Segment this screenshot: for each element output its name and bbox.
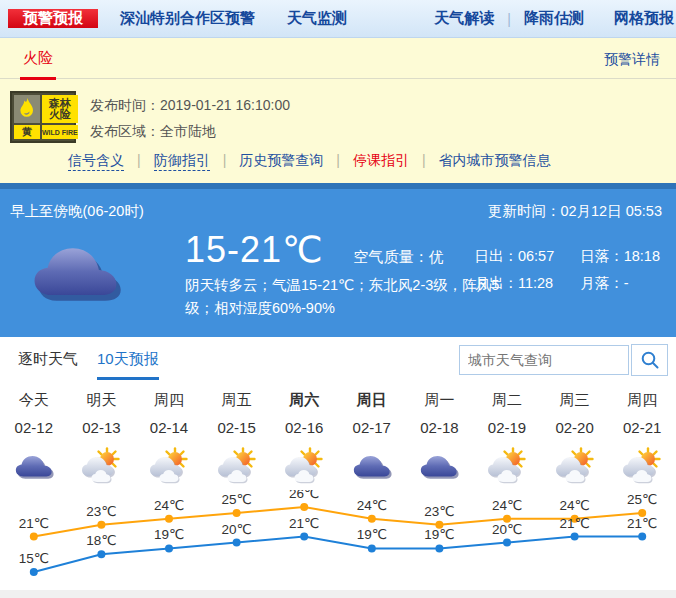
date-label: 02-15 xyxy=(203,415,271,441)
temperature-chart: 21℃23℃24℃25℃26℃24℃23℃24℃24℃25℃15℃18℃19℃2… xyxy=(0,490,676,590)
day-label: 周五 xyxy=(203,387,271,413)
badge-title-en: WILD FIRE xyxy=(42,125,78,139)
nav-item-weather-interpretation[interactable]: 天气解读 xyxy=(434,9,494,28)
link-separator: | xyxy=(137,152,141,168)
warning-link[interactable]: 防御指引 xyxy=(154,152,210,171)
nav-item-shenshan-warning[interactable]: 深汕特别合作区预警 xyxy=(120,9,255,28)
weather-page: 预警预报 深汕特别合作区预警 天气监测 天气解读 | 降雨估测 网格预报 火险 … xyxy=(0,0,676,598)
temperature-range: 15-21℃ xyxy=(185,229,324,271)
forecast-tabs-row: 逐时天气 10天预报 xyxy=(0,337,676,383)
date-label: 02-20 xyxy=(541,415,609,441)
tab-fire-risk[interactable]: 火险 xyxy=(20,38,56,80)
period-label: 早上至傍晚(06-20时) xyxy=(10,202,144,221)
svg-text:24℃: 24℃ xyxy=(357,498,387,513)
forecast-weather-icon xyxy=(203,443,271,489)
tab-hourly-weather[interactable]: 逐时天气 xyxy=(18,350,78,369)
svg-text:25℃: 25℃ xyxy=(222,492,252,507)
forecast-weather-icon xyxy=(541,443,609,489)
day-label: 周日 xyxy=(338,387,406,413)
forecast-weather-icon xyxy=(0,443,68,489)
badge-title: 森林火险 xyxy=(42,95,78,123)
nav-item-warning-forecast[interactable]: 预警预报 xyxy=(8,9,98,28)
nav-item-grid-forecast[interactable]: 网格预报 xyxy=(614,9,674,28)
svg-text:23℃: 23℃ xyxy=(424,504,454,519)
publish-time-label: 发布时间： xyxy=(90,97,160,113)
forecast-column[interactable]: 周三02-20 xyxy=(541,387,609,489)
forecast-column[interactable]: 周二02-19 xyxy=(473,387,541,489)
link-separator: | xyxy=(336,152,340,168)
search-button[interactable] xyxy=(631,344,668,376)
forecast-column[interactable]: 周四02-21 xyxy=(608,387,676,489)
day-label: 周四 xyxy=(135,387,203,413)
day-label: 今天 xyxy=(0,387,68,413)
cloudy-weather-icon xyxy=(28,233,124,311)
warning-info: 发布时间：2019-01-21 16:10:00 发布区域：全市陆地 xyxy=(90,91,290,146)
warning-links-row: 信号含义|防御指引|历史预警查询|停课指引|省内城市预警信息 xyxy=(0,146,676,170)
partly-cloudy-icon xyxy=(620,447,664,485)
cloudy-icon xyxy=(351,449,393,483)
forecast-column[interactable]: 周六02-16 xyxy=(270,387,338,489)
warning-link[interactable]: 省内城市预警信息 xyxy=(439,152,551,168)
tab-ten-day-forecast[interactable]: 10天预报 xyxy=(97,350,159,380)
sunset-time: 日落：18:18 xyxy=(580,247,660,266)
svg-text:25℃: 25℃ xyxy=(627,492,657,507)
svg-text:21℃: 21℃ xyxy=(627,516,657,531)
svg-text:21℃: 21℃ xyxy=(289,516,319,531)
warning-detail-link[interactable]: 预警详情 xyxy=(604,51,660,69)
day-label: 周一 xyxy=(406,387,474,413)
svg-text:20℃: 20℃ xyxy=(222,522,252,537)
forecast-weather-icon xyxy=(338,443,406,489)
day-label: 周六 xyxy=(270,387,338,413)
forecast-section: 逐时天气 10天预报 今天02-12 明天02-13 xyxy=(0,337,676,489)
forecast-column[interactable]: 周五02-15 xyxy=(203,387,271,489)
svg-text:21℃: 21℃ xyxy=(560,516,590,531)
forecast-weather-icon xyxy=(68,443,136,489)
svg-text:20℃: 20℃ xyxy=(492,522,522,537)
nav-item-weather-monitor[interactable]: 天气监测 xyxy=(287,9,347,28)
forecast-weather-icon xyxy=(406,443,474,489)
warning-link[interactable]: 历史预警查询 xyxy=(239,152,323,168)
svg-text:18℃: 18℃ xyxy=(86,533,116,548)
forecast-column[interactable]: 周日02-17 xyxy=(338,387,406,489)
forecast-weather-icon xyxy=(608,443,676,489)
publish-time-row: 发布时间：2019-01-21 16:10:00 xyxy=(90,92,290,118)
warning-body: 森林火险 黄 WILD FIRE 发布时间：2019-01-21 16:10:0… xyxy=(0,79,676,146)
date-label: 02-19 xyxy=(473,415,541,441)
search-icon xyxy=(640,350,660,370)
svg-text:19℃: 19℃ xyxy=(424,527,454,542)
moonset-time: 月落：- xyxy=(580,274,660,293)
warning-header: 火险 预警详情 xyxy=(0,38,676,79)
update-time: 更新时间：02月12日 05:53 xyxy=(488,202,662,221)
forest-fire-warning-icon: 森林火险 黄 WILD FIRE xyxy=(10,91,76,143)
date-label: 02-17 xyxy=(338,415,406,441)
forecast-column[interactable]: 明天02-13 xyxy=(68,387,136,489)
date-label: 02-18 xyxy=(406,415,474,441)
nav-item-rain-estimate[interactable]: 降雨估测 xyxy=(524,9,584,28)
partly-cloudy-icon xyxy=(215,447,259,485)
warning-link[interactable]: 停课指引 xyxy=(353,152,409,168)
warning-section: 火险 预警详情 森林火险 黄 WILD FIRE 发布时间：2019-01-21… xyxy=(0,38,676,183)
forecast-column[interactable]: 周四02-14 xyxy=(135,387,203,489)
warning-link[interactable]: 信号含义 xyxy=(68,152,124,171)
sun-moon-times: 日出：06:57 日落：18:18 月出：11:28 月落：- xyxy=(474,247,660,293)
forecast-column[interactable]: 今天02-12 xyxy=(0,387,68,489)
nav-right: 天气解读 | 降雨估测 网格预报 xyxy=(434,0,674,37)
flame-icon xyxy=(14,95,40,123)
cloudy-icon xyxy=(13,449,55,483)
link-separator: | xyxy=(422,152,426,168)
search-input[interactable] xyxy=(459,345,629,375)
publish-area-label: 发布区域： xyxy=(90,123,160,139)
day-label: 周四 xyxy=(608,387,676,413)
current-conditions-panel: 早上至傍晚(06-20时) 更新时间：02月12日 05:53 15-21℃ 空… xyxy=(0,183,676,337)
partly-cloudy-icon xyxy=(485,447,529,485)
bottom-bar xyxy=(0,590,676,598)
partly-cloudy-icon xyxy=(147,447,191,485)
svg-text:24℃: 24℃ xyxy=(492,498,522,513)
forecast-columns: 今天02-12 明天02-13 周四02-14 周五02-15 xyxy=(0,387,676,489)
weather-description: 阴天转多云；气温15-21℃；东北风2-3级，阵风5级；相对湿度60%-90% xyxy=(185,274,503,320)
forecast-column[interactable]: 周一02-18 xyxy=(406,387,474,489)
forecast-weather-icon xyxy=(270,443,338,489)
publish-area-row: 发布区域：全市陆地 xyxy=(90,118,290,144)
date-label: 02-14 xyxy=(135,415,203,441)
partly-cloudy-icon xyxy=(79,447,123,485)
